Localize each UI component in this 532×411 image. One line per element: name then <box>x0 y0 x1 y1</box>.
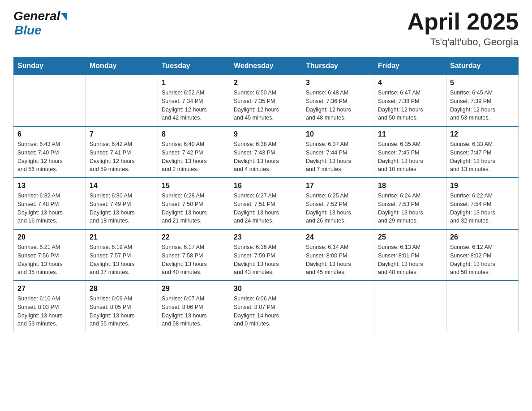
logo: General Blue <box>13 9 67 38</box>
day-number: 21 <box>90 233 154 241</box>
calendar-cell: 9Sunrise: 6:38 AMSunset: 7:43 PMDaylight… <box>230 126 302 178</box>
calendar-week-5: 27Sunrise: 6:10 AMSunset: 8:03 PMDayligh… <box>14 281 519 332</box>
day-number: 5 <box>450 79 515 87</box>
calendar-week-2: 6Sunrise: 6:43 AMSunset: 7:40 PMDaylight… <box>14 126 519 178</box>
calendar-cell: 14Sunrise: 6:30 AMSunset: 7:49 PMDayligh… <box>86 178 158 229</box>
calendar-week-4: 20Sunrise: 6:21 AMSunset: 7:56 PMDayligh… <box>14 229 519 281</box>
calendar-cell: 19Sunrise: 6:22 AMSunset: 7:54 PMDayligh… <box>446 178 519 229</box>
calendar-cell: 10Sunrise: 6:37 AMSunset: 7:44 PMDayligh… <box>302 126 374 178</box>
day-number: 13 <box>17 182 82 190</box>
calendar-cell: 18Sunrise: 6:24 AMSunset: 7:53 PMDayligh… <box>374 178 446 229</box>
calendar-table: SundayMondayTuesdayWednesdayThursdayFrid… <box>13 57 519 332</box>
calendar-cell: 3Sunrise: 6:48 AMSunset: 7:36 PMDaylight… <box>302 75 374 126</box>
day-info: Sunrise: 6:50 AMSunset: 7:35 PMDaylight:… <box>234 89 298 122</box>
day-number: 24 <box>306 233 370 241</box>
day-number: 11 <box>378 130 442 138</box>
logo-general-text: General <box>13 9 60 23</box>
day-info: Sunrise: 6:16 AMSunset: 7:59 PMDaylight:… <box>234 243 298 277</box>
day-number: 8 <box>162 130 226 138</box>
day-info: Sunrise: 6:30 AMSunset: 7:49 PMDaylight:… <box>90 192 154 225</box>
calendar-cell: 11Sunrise: 6:35 AMSunset: 7:45 PMDayligh… <box>374 126 446 178</box>
day-info: Sunrise: 6:07 AMSunset: 8:06 PMDaylight:… <box>162 295 226 328</box>
day-info: Sunrise: 6:22 AMSunset: 7:54 PMDaylight:… <box>450 192 515 225</box>
day-number: 23 <box>234 233 298 241</box>
weekday-header-tuesday: Tuesday <box>158 57 230 75</box>
calendar-header: SundayMondayTuesdayWednesdayThursdayFrid… <box>14 57 519 75</box>
day-info: Sunrise: 6:45 AMSunset: 7:39 PMDaylight:… <box>450 89 515 122</box>
day-number: 17 <box>306 182 370 190</box>
day-number: 16 <box>234 182 298 190</box>
calendar-cell <box>14 75 86 126</box>
day-info: Sunrise: 6:37 AMSunset: 7:44 PMDaylight:… <box>306 140 370 174</box>
day-number: 12 <box>450 130 515 138</box>
day-info: Sunrise: 6:47 AMSunset: 7:38 PMDaylight:… <box>378 89 442 122</box>
calendar-cell: 7Sunrise: 6:42 AMSunset: 7:41 PMDaylight… <box>86 126 158 178</box>
day-info: Sunrise: 6:40 AMSunset: 7:42 PMDaylight:… <box>162 140 226 174</box>
calendar-cell: 26Sunrise: 6:12 AMSunset: 8:02 PMDayligh… <box>446 229 519 281</box>
day-number: 1 <box>162 79 226 87</box>
day-number: 20 <box>17 233 82 241</box>
day-info: Sunrise: 6:06 AMSunset: 8:07 PMDaylight:… <box>234 295 298 328</box>
day-info: Sunrise: 6:19 AMSunset: 7:57 PMDaylight:… <box>90 243 154 277</box>
day-info: Sunrise: 6:32 AMSunset: 7:48 PMDaylight:… <box>17 192 82 225</box>
calendar-cell: 1Sunrise: 6:52 AMSunset: 7:34 PMDaylight… <box>158 75 230 126</box>
calendar-location: Ts'q'alt'ubo, Georgia <box>407 36 519 48</box>
calendar-title: April 2025 <box>407 9 519 34</box>
calendar-week-1: 1Sunrise: 6:52 AMSunset: 7:34 PMDaylight… <box>14 75 519 126</box>
calendar-cell <box>446 281 519 332</box>
calendar-cell: 16Sunrise: 6:27 AMSunset: 7:51 PMDayligh… <box>230 178 302 229</box>
day-info: Sunrise: 6:25 AMSunset: 7:52 PMDaylight:… <box>306 192 370 225</box>
day-info: Sunrise: 6:17 AMSunset: 7:58 PMDaylight:… <box>162 243 226 277</box>
calendar-cell: 27Sunrise: 6:10 AMSunset: 8:03 PMDayligh… <box>14 281 86 332</box>
calendar-cell <box>302 281 374 332</box>
calendar-cell: 5Sunrise: 6:45 AMSunset: 7:39 PMDaylight… <box>446 75 519 126</box>
day-number: 26 <box>450 233 515 241</box>
day-info: Sunrise: 6:38 AMSunset: 7:43 PMDaylight:… <box>234 140 298 174</box>
calendar-cell: 2Sunrise: 6:50 AMSunset: 7:35 PMDaylight… <box>230 75 302 126</box>
title-section: April 2025 Ts'q'alt'ubo, Georgia <box>407 9 519 48</box>
calendar-cell: 17Sunrise: 6:25 AMSunset: 7:52 PMDayligh… <box>302 178 374 229</box>
calendar-cell <box>86 75 158 126</box>
day-number: 15 <box>162 182 226 190</box>
calendar-cell: 8Sunrise: 6:40 AMSunset: 7:42 PMDaylight… <box>158 126 230 178</box>
day-info: Sunrise: 6:13 AMSunset: 8:01 PMDaylight:… <box>378 243 442 277</box>
day-number: 7 <box>90 130 154 138</box>
day-info: Sunrise: 6:42 AMSunset: 7:41 PMDaylight:… <box>90 140 154 174</box>
day-number: 10 <box>306 130 370 138</box>
weekday-header-saturday: Saturday <box>446 57 519 75</box>
weekday-header-thursday: Thursday <box>302 57 374 75</box>
calendar-cell: 24Sunrise: 6:14 AMSunset: 8:00 PMDayligh… <box>302 229 374 281</box>
calendar-cell <box>374 281 446 332</box>
day-info: Sunrise: 6:09 AMSunset: 8:05 PMDaylight:… <box>90 295 154 328</box>
logo-triangle-icon <box>61 13 67 21</box>
day-info: Sunrise: 6:27 AMSunset: 7:51 PMDaylight:… <box>234 192 298 225</box>
day-info: Sunrise: 6:24 AMSunset: 7:53 PMDaylight:… <box>378 192 442 225</box>
calendar-cell: 13Sunrise: 6:32 AMSunset: 7:48 PMDayligh… <box>14 178 86 229</box>
day-info: Sunrise: 6:52 AMSunset: 7:34 PMDaylight:… <box>162 89 226 122</box>
day-number: 29 <box>162 285 226 293</box>
weekday-header-wednesday: Wednesday <box>230 57 302 75</box>
calendar-cell: 25Sunrise: 6:13 AMSunset: 8:01 PMDayligh… <box>374 229 446 281</box>
calendar-cell: 29Sunrise: 6:07 AMSunset: 8:06 PMDayligh… <box>158 281 230 332</box>
weekday-header-friday: Friday <box>374 57 446 75</box>
day-number: 28 <box>90 285 154 293</box>
day-info: Sunrise: 6:48 AMSunset: 7:36 PMDaylight:… <box>306 89 370 122</box>
page-header: General Blue April 2025 Ts'q'alt'ubo, Ge… <box>13 9 519 48</box>
day-info: Sunrise: 6:33 AMSunset: 7:47 PMDaylight:… <box>450 140 515 174</box>
calendar-week-3: 13Sunrise: 6:32 AMSunset: 7:48 PMDayligh… <box>14 178 519 229</box>
weekday-header-row: SundayMondayTuesdayWednesdayThursdayFrid… <box>14 57 519 75</box>
day-number: 25 <box>378 233 442 241</box>
calendar-cell: 21Sunrise: 6:19 AMSunset: 7:57 PMDayligh… <box>86 229 158 281</box>
calendar-cell: 12Sunrise: 6:33 AMSunset: 7:47 PMDayligh… <box>446 126 519 178</box>
day-number: 18 <box>378 182 442 190</box>
day-info: Sunrise: 6:10 AMSunset: 8:03 PMDaylight:… <box>17 295 82 328</box>
day-number: 3 <box>306 79 370 87</box>
calendar-cell: 4Sunrise: 6:47 AMSunset: 7:38 PMDaylight… <box>374 75 446 126</box>
calendar-cell: 28Sunrise: 6:09 AMSunset: 8:05 PMDayligh… <box>86 281 158 332</box>
day-info: Sunrise: 6:28 AMSunset: 7:50 PMDaylight:… <box>162 192 226 225</box>
calendar-body: 1Sunrise: 6:52 AMSunset: 7:34 PMDaylight… <box>14 75 519 332</box>
calendar-cell: 22Sunrise: 6:17 AMSunset: 7:58 PMDayligh… <box>158 229 230 281</box>
day-info: Sunrise: 6:21 AMSunset: 7:56 PMDaylight:… <box>17 243 82 277</box>
day-number: 27 <box>17 285 82 293</box>
day-info: Sunrise: 6:14 AMSunset: 8:00 PMDaylight:… <box>306 243 370 277</box>
